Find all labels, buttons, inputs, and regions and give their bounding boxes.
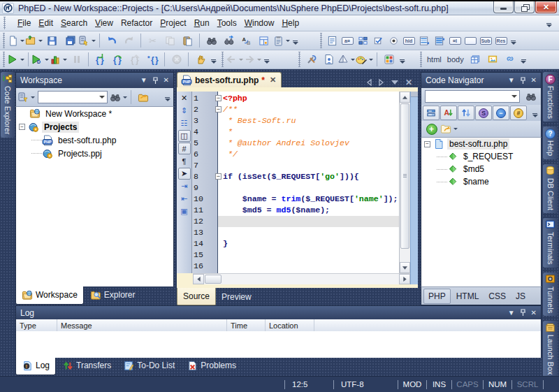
remote-view-button[interactable]: ▣ [178, 205, 191, 217]
stop-button[interactable] [168, 52, 185, 68]
editor-view-tab-source[interactable]: Source [177, 288, 216, 305]
tree-item-projects-ppj[interactable]: Projects.ppj [16, 147, 173, 160]
paste-button[interactable] [179, 33, 196, 49]
save-button[interactable] [43, 33, 61, 49]
tree-item-best-soft-ru-php[interactable]: PHPbest-soft.ru.php [16, 133, 173, 147]
log-menu-icon[interactable]: ▼ [508, 310, 515, 317]
outdent-button[interactable]: ⇤ [178, 193, 191, 205]
tree-item-request[interactable]: $_REQUEST [421, 150, 541, 163]
step-out-button[interactable]: {} [126, 52, 144, 68]
log-close-icon[interactable]: ✕ [531, 310, 537, 317]
insert-listbox-multi-button[interactable] [432, 33, 447, 49]
tab-prev-icon[interactable] [366, 79, 372, 86]
fold-marker-icon[interactable]: − [215, 106, 222, 112]
log-column-type[interactable]: Type [16, 319, 57, 331]
tab-next-icon[interactable] [379, 79, 384, 86]
log-tab-problems[interactable]: Problems [181, 358, 242, 375]
insert-hidden-button[interactable]: hid [401, 33, 416, 49]
publish-button[interactable] [78, 33, 96, 49]
insert-combobox-button[interactable]: ¤I [447, 33, 463, 49]
navigate-back-dropdown-arrow[interactable] [239, 59, 243, 61]
navigator-menu-icon[interactable]: ▼ [508, 77, 515, 84]
run-in-debugger-dropdown-arrow[interactable] [45, 59, 49, 61]
navigator-lang-tab-css[interactable]: CSS [484, 289, 510, 303]
menu-help[interactable]: Help [278, 16, 303, 30]
scroll-right-button[interactable] [399, 274, 410, 284]
new-file-button[interactable] [7, 33, 25, 49]
show-paragraphs-button[interactable]: ¶ [178, 155, 191, 167]
settings-button[interactable] [303, 52, 320, 68]
toolbar-grip[interactable] [298, 52, 302, 67]
dock-tab-help[interactable]: ?Help [543, 126, 558, 159]
publish-dropdown-arrow[interactable] [92, 40, 96, 42]
highlight-marker-button[interactable] [356, 52, 374, 68]
open-file-button[interactable] [25, 33, 43, 49]
toolbar-grip[interactable] [2, 33, 6, 48]
menu-project[interactable]: Project [157, 16, 189, 30]
tree-item-new-workspace[interactable]: New Workspace * [16, 107, 173, 120]
tree-expander-icon[interactable]: − [424, 141, 430, 147]
log-column-message[interactable]: Message [57, 319, 227, 331]
workspace-filter-button[interactable] [17, 89, 36, 106]
horizontal-scroll-thumb[interactable] [205, 275, 222, 284]
menu-search[interactable]: Search [57, 16, 91, 30]
insert-submit-button[interactable]: Sub [478, 33, 493, 49]
workspace-toolbar-overflow[interactable] [163, 93, 172, 101]
clipboard-history-button[interactable] [273, 33, 291, 49]
toolbar-overflow-button[interactable] [519, 55, 528, 64]
show-static-button[interactable]: S [475, 106, 492, 120]
toolbar-overflow-button[interactable] [209, 55, 218, 64]
navigator-lang-tab-html[interactable]: HTML [452, 289, 484, 303]
show-protected-button[interactable]: # [510, 106, 527, 120]
run-button[interactable] [7, 52, 25, 68]
workspace-find-button[interactable] [110, 89, 128, 106]
deploy-dropdown-arrow[interactable] [351, 59, 355, 61]
navigator-close-icon[interactable]: ✕ [531, 77, 537, 84]
tree-expander-icon[interactable]: − [19, 124, 25, 130]
indent-button[interactable]: ⇥ [178, 180, 191, 192]
cut-button[interactable]: ✂ [144, 33, 161, 49]
navigator-toolbar-overflow[interactable] [530, 109, 539, 117]
step-over-button[interactable]: {} [109, 52, 126, 68]
scroll-up-button[interactable] [400, 92, 410, 103]
vertical-scroll-thumb[interactable] [400, 103, 409, 249]
toolbar-overflow-button[interactable] [262, 55, 271, 64]
copy-button[interactable] [161, 33, 179, 49]
navigator-pin-icon[interactable] [520, 77, 526, 85]
dock-tab-db-client[interactable]: DB Client [543, 164, 558, 213]
scroll-left-button[interactable] [193, 274, 204, 284]
tree-item-projects[interactable]: −Projects [16, 120, 173, 133]
tab-list-icon[interactable] [391, 80, 398, 85]
log-tab-transfers[interactable]: Transfers [57, 358, 117, 375]
editor-vertical-scrollbar[interactable] [399, 92, 410, 273]
toolbar-overflow-button[interactable] [509, 36, 518, 45]
line-numbers-button[interactable]: # [178, 143, 191, 154]
pause-button[interactable] [68, 52, 85, 68]
editor-tab-close-icon[interactable]: ✕ [270, 75, 276, 85]
run-in-debugger-button[interactable]: D [31, 52, 50, 68]
editor-code-area[interactable]: <?php/** * Best-Soft.ru * * @author Andr… [218, 92, 399, 273]
account-button[interactable] [320, 52, 337, 68]
goto-source-button[interactable] [440, 121, 458, 137]
syntax-check-button[interactable]: ➤ [178, 168, 191, 180]
navigator-lang-tab-php[interactable]: PHP [423, 289, 451, 304]
find-button[interactable] [203, 33, 220, 49]
navigator-panel-titlebar[interactable]: Code Navigator ▼ ✕ [421, 72, 542, 88]
insert-button-button[interactable] [463, 33, 478, 49]
dock-tab-launch-box[interactable]: Launch Box [543, 321, 558, 376]
editor-view-tab-preview[interactable]: Preview [216, 288, 257, 305]
close-button[interactable]: ✕ [535, 1, 557, 13]
insert-field-grid-button[interactable] [355, 33, 370, 49]
find-next-button[interactable] [220, 33, 238, 49]
menu-file[interactable]: File [14, 16, 34, 30]
toolbar-grip[interactable] [2, 52, 6, 67]
toolbar-grip[interactable] [319, 33, 324, 48]
menu-run[interactable]: Run [191, 16, 213, 30]
navigate-forward-dropdown-arrow[interactable] [257, 59, 261, 61]
navigator-lang-tab-js[interactable]: JS [511, 289, 530, 303]
log-column-location[interactable]: Location [266, 319, 314, 331]
column-select-button[interactable]: ◫ [178, 130, 191, 142]
close-file-button[interactable]: ✕ [178, 92, 191, 104]
dock-tab-terminals[interactable]: Terminals [543, 218, 558, 268]
tab-close-all-icon[interactable]: ✕ [405, 78, 412, 87]
